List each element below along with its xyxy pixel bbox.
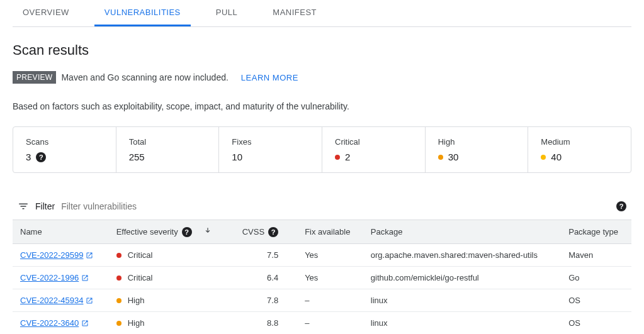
- severity-dot-icon: [116, 298, 121, 303]
- stats-medium-value: 40: [551, 152, 562, 162]
- package-value: org.apache.maven.shared:maven-shared-uti…: [363, 244, 561, 267]
- stats-scans: Scans 3 ?: [13, 127, 116, 172]
- tab-manifest[interactable]: MANIFEST: [263, 0, 327, 26]
- dot-medium-icon: [541, 155, 546, 160]
- package-type-value: Go: [561, 267, 631, 289]
- severity-dot-icon: [116, 253, 121, 258]
- description: Based on factors such as exploitability,…: [13, 101, 631, 111]
- fix-value: –: [297, 312, 363, 335]
- vulnerabilities-table: Name Effective severity ? CVSS ? Fix ava…: [13, 220, 631, 334]
- tabs-bar: OVERVIEW VULNERABILITIES PULL MANIFEST: [13, 0, 631, 27]
- learn-more-link[interactable]: LEARN MORE: [241, 73, 298, 82]
- tab-vulnerabilities[interactable]: VULNERABILITIES: [94, 0, 191, 26]
- preview-banner: PREVIEW Maven and Go scanning are now in…: [13, 71, 631, 84]
- col-cvss[interactable]: CVSS ?: [229, 220, 297, 244]
- dot-high-icon: [438, 155, 443, 160]
- stats-medium: Medium 40: [528, 127, 631, 172]
- stats-box: Scans 3 ? Total 255 Fixes 10 Critical 2 …: [13, 126, 631, 173]
- cve-link[interactable]: CVE-2022-1996: [20, 273, 89, 282]
- col-fix[interactable]: Fix available: [297, 220, 363, 244]
- table-row: CVE-2022-3640High8.8–linuxOS: [13, 312, 631, 335]
- package-type-value: Maven: [561, 244, 631, 267]
- stats-critical: Critical 2: [322, 127, 426, 172]
- stats-high: High 30: [426, 127, 529, 172]
- cvss-value: 8.8: [229, 312, 297, 335]
- cve-link[interactable]: CVE-2022-29599: [20, 250, 93, 260]
- stats-medium-label: Medium: [541, 137, 618, 147]
- severity-dot-icon: [116, 276, 121, 281]
- col-package[interactable]: Package: [363, 220, 561, 244]
- stats-critical-value: 2: [345, 152, 350, 162]
- severity-text: Critical: [128, 250, 153, 260]
- cve-link[interactable]: CVE-2022-3640: [20, 318, 89, 328]
- stats-high-label: High: [438, 137, 516, 147]
- external-link-icon: [86, 252, 93, 259]
- filter-input[interactable]: [61, 201, 610, 211]
- col-severity-label: Effective severity: [116, 227, 178, 237]
- external-link-icon: [86, 297, 93, 304]
- sort-arrow-down-icon[interactable]: [203, 226, 212, 237]
- col-name[interactable]: Name: [13, 220, 109, 244]
- package-value: github.com/emicklei/go-restful: [363, 267, 561, 289]
- help-icon[interactable]: ?: [36, 152, 46, 162]
- package-type-value: OS: [561, 289, 631, 312]
- help-icon[interactable]: ?: [268, 227, 278, 237]
- external-link-icon: [81, 320, 89, 327]
- severity-text: High: [128, 296, 145, 305]
- stats-fixes-label: Fixes: [232, 137, 309, 147]
- help-icon[interactable]: ?: [616, 201, 626, 211]
- col-cvss-label: CVSS: [242, 227, 264, 237]
- severity-text: High: [128, 318, 145, 328]
- package-value: linux: [363, 312, 561, 335]
- table-row: CVE-2022-29599Critical7.5Yesorg.apache.m…: [13, 244, 631, 267]
- page-title: Scan results: [13, 42, 631, 58]
- preview-text: Maven and Go scanning are now included.: [61, 72, 228, 82]
- fix-value: Yes: [297, 244, 363, 267]
- cvss-value: 7.5: [229, 244, 297, 267]
- stats-scans-value: 3: [26, 152, 31, 162]
- preview-badge: PREVIEW: [13, 71, 56, 84]
- stats-scans-label: Scans: [26, 137, 103, 147]
- stats-fixes-value: 10: [232, 152, 242, 162]
- col-ptype[interactable]: Package type: [561, 220, 631, 244]
- stats-total-label: Total: [129, 137, 206, 147]
- help-icon[interactable]: ?: [182, 227, 192, 237]
- stats-critical-label: Critical: [335, 137, 412, 147]
- cvss-value: 6.4: [229, 267, 297, 289]
- cvss-value: 7.8: [229, 289, 297, 312]
- fix-value: –: [297, 289, 363, 312]
- severity-text: Critical: [128, 273, 153, 282]
- filter-label: Filter: [35, 201, 55, 211]
- tab-pull[interactable]: PULL: [206, 0, 248, 26]
- col-severity[interactable]: Effective severity ?: [109, 220, 229, 244]
- stats-total-value: 255: [129, 152, 145, 162]
- tab-overview[interactable]: OVERVIEW: [13, 0, 79, 26]
- stats-high-value: 30: [448, 152, 459, 162]
- fix-value: Yes: [297, 267, 363, 289]
- package-value: linux: [363, 289, 561, 312]
- stats-fixes: Fixes 10: [219, 127, 322, 172]
- cve-link[interactable]: CVE-2022-45934: [20, 296, 93, 305]
- table-row: CVE-2022-45934High7.8–linuxOS: [13, 289, 631, 312]
- filter-icon[interactable]: [18, 201, 29, 212]
- stats-total: Total 255: [116, 127, 220, 172]
- package-type-value: OS: [561, 312, 631, 335]
- table-row: CVE-2022-1996Critical6.4Yesgithub.com/em…: [13, 267, 631, 289]
- dot-critical-icon: [335, 155, 340, 160]
- filter-row: Filter ?: [13, 193, 631, 220]
- severity-dot-icon: [116, 321, 121, 326]
- external-link-icon: [81, 274, 89, 282]
